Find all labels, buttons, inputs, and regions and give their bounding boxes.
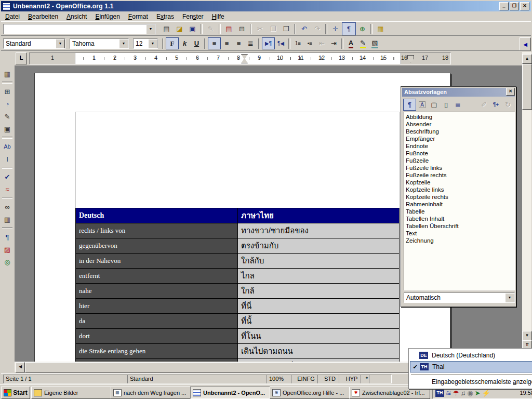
table-cell-thai[interactable]: ใกล้ [238, 284, 400, 299]
style-list-item[interactable]: Kopfzeile [406, 179, 514, 186]
table-cell-thai[interactable]: เดินไปตามถนน [238, 344, 400, 359]
left-to-right-button[interactable]: ▶¶ [262, 37, 275, 49]
style-list-item[interactable]: Endnote [406, 142, 514, 150]
italic-button[interactable]: k [179, 38, 191, 49]
background-color-button[interactable]: ▧ [369, 38, 381, 49]
insert-object-button[interactable]: ◔ [1, 98, 14, 110]
title-bar[interactable]: Unbenannt2 - OpenOffice.org 1.1 _ ❐ ✕ [1, 1, 531, 11]
chevron-down-icon[interactable]: ▼ [56, 39, 65, 49]
table-cell-thai[interactable]: ทางขวา/ซายมือของ [238, 223, 400, 238]
spellcheck-button[interactable]: ✔ [1, 170, 14, 183]
taskbar-task-ooo-hilfe[interactable]: ≋ OpenOffice.org Hilfe - ... [270, 387, 351, 399]
menu-item-show-language-bar[interactable]: Eingabegebietsschemaleiste anzeigen [410, 376, 532, 388]
justify-button[interactable]: ≣ [245, 38, 257, 49]
menu-extras[interactable]: Extras [152, 12, 178, 21]
volume-icon[interactable]: ♫ [461, 389, 466, 397]
gallery-button[interactable]: ▦ [374, 23, 387, 35]
style-list-item[interactable]: Fußzeile [406, 157, 514, 164]
menu-einfuegen[interactable]: Einfügen [91, 12, 124, 21]
style-list-item[interactable]: Absender [406, 121, 514, 128]
cut-button[interactable]: ✂ [254, 23, 267, 35]
auto-spellcheck-button[interactable]: ≈ [1, 183, 14, 195]
frame-styles-button[interactable]: ▢ [428, 99, 440, 110]
menu-bearbeiten[interactable]: Bearbeiten [24, 12, 62, 21]
increase-indent-button[interactable]: ⇥ [328, 38, 340, 49]
page-styles-button[interactable]: ▯ [440, 99, 452, 110]
table-cell-thai[interactable]: ที่นี่ [238, 299, 400, 314]
nonprinting-characters-button[interactable]: ¶ [1, 231, 14, 243]
highlighting-button[interactable]: ✎ [357, 38, 369, 49]
status-page[interactable]: Seite 1 / 1 [3, 375, 131, 383]
table-cell-german[interactable]: gegenübervon [76, 238, 238, 254]
paragraph-styles-button[interactable]: ¶ [403, 99, 416, 111]
online-layout-button[interactable]: ◎ [1, 256, 14, 268]
input-locale-indicator[interactable]: TH [435, 389, 444, 397]
table-cell-german[interactable]: rechts / links von [76, 223, 238, 238]
table-cell-german[interactable]: nahe [76, 284, 238, 299]
table-cell-thai[interactable]: ไกล [238, 269, 400, 284]
style-list-item[interactable]: Kopfzeile links [406, 186, 514, 193]
bold-button[interactable]: F [166, 37, 179, 49]
style-list-item[interactable]: Fußzeile links [406, 164, 514, 171]
table-cell-german[interactable]: die Straße entlang gehen [76, 344, 238, 359]
tab-type-button[interactable]: L [16, 52, 27, 64]
stylist-button[interactable]: ¶ [342, 22, 356, 35]
menu-hilfe[interactable]: Hilfe [208, 12, 229, 21]
form-functions-button[interactable]: ▣ [1, 123, 14, 135]
status-page-style[interactable]: Standard [127, 375, 270, 383]
autotext-button[interactable]: Ab [1, 140, 14, 153]
decrease-indent-button[interactable]: ⇤ [316, 38, 328, 49]
navigator-button[interactable]: ✛ [329, 23, 342, 35]
menu-item-thai[interactable]: ✔ TH Thai [410, 361, 532, 373]
style-list-item[interactable]: Abbildung [406, 113, 514, 121]
chevron-down-icon[interactable]: ▼ [119, 39, 128, 49]
table-cell-thai[interactable]: ใกล้กับ [238, 254, 400, 269]
taskbar-task-weg-fragen[interactable]: ▦ nach dem Weg fragen ... [111, 387, 192, 399]
scroll-up-icon[interactable]: ▲ [522, 54, 532, 64]
table-cell-thai[interactable]: ตรงข้ามกับ [238, 238, 400, 254]
new-style-from-selection-button[interactable]: ¶+ [490, 99, 502, 110]
style-list-item[interactable]: Kopfzeile rechts [406, 193, 514, 201]
save-button[interactable]: ▣ [186, 23, 199, 35]
chevron-down-icon[interactable]: ▼ [148, 39, 157, 49]
taskbar-task-unbenannt2[interactable]: Unbenannt2 - OpenO... [190, 387, 271, 399]
paste-button[interactable]: ❒ [280, 23, 292, 35]
chevron-down-icon[interactable]: ▼ [505, 293, 514, 303]
chevron-down-icon[interactable]: ▼ [146, 24, 155, 34]
direct-cursor-button[interactable]: I [1, 153, 14, 165]
menu-ansicht[interactable]: Ansicht [62, 12, 91, 21]
minimize-button[interactable]: _ [499, 2, 509, 10]
style-list[interactable]: Abbildung Absender Beschriftung Empfänge… [404, 112, 515, 290]
start-button[interactable]: Start [1, 387, 30, 399]
copy-button[interactable]: ❐ [267, 23, 280, 35]
graphics-on-off-button[interactable]: ▨ [1, 243, 14, 256]
toolbar-more-button[interactable]: ◀ [520, 37, 531, 51]
stylist-title-bar[interactable]: Absatzvorlagen [402, 88, 515, 97]
close-button[interactable]: ✕ [520, 2, 529, 10]
table-cell-thai[interactable]: ที่โนน [238, 329, 400, 344]
table-header-cell[interactable]: ภาษาไทย [238, 208, 400, 223]
align-right-button[interactable]: ≡ [233, 38, 245, 49]
style-list-item[interactable]: Tabelle [406, 208, 514, 215]
insert-table-button[interactable]: ▦ [1, 68, 14, 80]
menu-fenster[interactable]: Fenster [178, 12, 208, 21]
document-page[interactable]: Deutsch ภาษาไทย rechts / links von ทางขว… [34, 73, 450, 362]
menu-item-german[interactable]: DE Deutsch (Deutschland) [410, 350, 532, 361]
update-style-button[interactable]: ↻ [502, 99, 514, 110]
numbering-styles-button[interactable]: ≣ [452, 99, 464, 110]
vertical-scroll-thumb[interactable] [522, 64, 532, 110]
style-list-item[interactable]: Rahmeninhalt [406, 201, 514, 208]
antivirus-icon[interactable]: ☂ [453, 389, 459, 397]
style-list-item[interactable]: Tabellen Überschrift [406, 222, 514, 230]
font-color-button[interactable]: A [345, 38, 357, 49]
table-cell-german[interactable]: da [76, 314, 238, 329]
vertical-scrollbar[interactable]: ▲ ▼ ⇈ [522, 52, 531, 372]
find-replace-button[interactable]: ∞ [1, 201, 14, 213]
hyperlink-button[interactable]: ⊕ [356, 23, 369, 35]
scroll-down-icon[interactable]: ▼ [522, 331, 532, 341]
table-cell-thai[interactable]: ที่นั้ [238, 314, 400, 329]
style-list-item[interactable]: Empfänger [406, 135, 514, 142]
table-header-cell[interactable]: Deutsch [76, 208, 238, 223]
edit-file-button[interactable]: ✎ [204, 23, 217, 35]
url-combobox[interactable]: ▼ [3, 24, 156, 34]
